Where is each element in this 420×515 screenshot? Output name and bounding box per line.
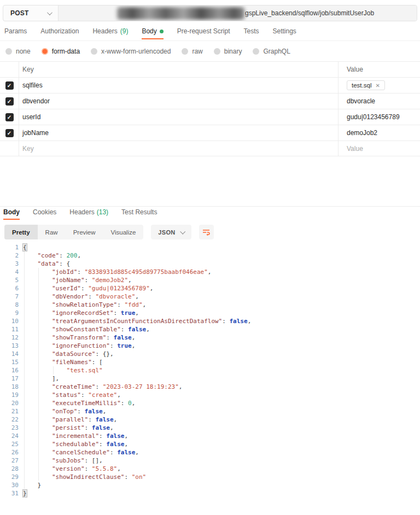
tab-count-badge: (9): [120, 27, 129, 35]
line-number: 16: [0, 366, 19, 374]
request-tab-settings[interactable]: Settings: [273, 27, 296, 39]
row-key-cell[interactable]: userId: [19, 109, 338, 125]
response-tab-body[interactable]: Body: [3, 208, 20, 220]
file-chip: test.sql✕: [347, 80, 385, 90]
request-tab-params[interactable]: Params: [4, 27, 27, 39]
code-line-content: "showIndirectClause": "on": [19, 473, 146, 481]
view-mode-switcher: PrettyRawPreviewVisualize: [4, 225, 143, 239]
request-tab-headers[interactable]: Headers(9): [92, 27, 128, 39]
code-line-content: "onTop": false,: [19, 407, 106, 415]
form-data-table: KeyValue✓sqlfilestest.sql✕✓dbvendordbvor…: [0, 61, 420, 156]
row-key-cell[interactable]: dbvendor: [19, 93, 338, 109]
request-tab-pre-request-script[interactable]: Pre-request Script: [177, 27, 230, 39]
code-line-content: "ignoreRecordSet": true,: [19, 309, 139, 317]
row-check-cell: ✓: [0, 125, 19, 141]
row-key-cell[interactable]: jobName: [19, 125, 338, 141]
request-tab-body[interactable]: Body: [142, 27, 163, 39]
checkbox-checked-icon[interactable]: ✓: [5, 81, 14, 90]
code-line-content: "dataSource": {},: [19, 350, 114, 358]
view-mode-visualize[interactable]: Visualize: [103, 225, 144, 239]
code-line: 14 "dataSource": {},: [0, 350, 420, 358]
line-number: 30: [0, 481, 19, 489]
table-row: ✓dbvendordbvoracle: [0, 93, 420, 109]
view-mode-pretty[interactable]: Pretty: [4, 225, 38, 239]
line-number: 10: [0, 317, 19, 325]
checkbox-checked-icon[interactable]: ✓: [5, 113, 14, 121]
column-header-value: Value: [347, 66, 363, 73]
view-mode-label: Raw: [45, 229, 58, 236]
code-line: 28 "version": "5.5.8",: [0, 465, 420, 473]
placeholder-row: KeyValue: [0, 141, 420, 156]
placeholder-value-cell[interactable]: Value: [338, 141, 420, 156]
key-text: sqlfiles: [22, 81, 43, 89]
code-line: 13 "ignoreFunction": true,: [0, 342, 420, 350]
response-tab-headers[interactable]: Headers(13): [69, 208, 108, 220]
request-tabs: ParamsAuthorizationHeaders(9)BodyPre-req…: [4, 27, 296, 39]
code-line-content: "version": "5.5.8",: [19, 465, 121, 473]
tab-label: Params: [4, 27, 27, 35]
row-key-cell[interactable]: sqlfiles: [19, 78, 338, 93]
line-number: 14: [0, 350, 19, 358]
line-number: 24: [0, 432, 19, 440]
body-type-raw[interactable]: raw: [182, 48, 202, 55]
line-number: 23: [0, 424, 19, 432]
radio-label: form-data: [52, 48, 80, 55]
value-text: gudu|0123456789: [347, 113, 400, 121]
method-selector[interactable]: POST: [3, 5, 58, 21]
radio-label: binary: [224, 48, 242, 55]
code-line-content: "jobId": "8338931d885c495d89775baabf046e…: [19, 268, 211, 276]
code-line-content: "ignoreFunction": true,: [19, 342, 135, 350]
response-tab-test-results[interactable]: Test Results: [121, 208, 157, 220]
line-number: 29: [0, 473, 19, 481]
table-row: ✓jobNamedemoJob2: [0, 125, 420, 141]
row-value-cell[interactable]: test.sql✕: [338, 78, 420, 93]
body-type-options: noneform-datax-www-form-urlencodedrawbin…: [5, 47, 290, 56]
request-tab-authorization[interactable]: Authorization: [40, 27, 79, 39]
code-line: 16 "test.sql": [0, 366, 420, 374]
row-value-cell[interactable]: demoJob2: [338, 125, 420, 141]
tab-label: Pre-request Script: [177, 27, 230, 35]
row-value-cell[interactable]: dbvoracle: [338, 93, 420, 109]
line-number: 26: [0, 448, 19, 457]
line-number: 28: [0, 465, 19, 473]
checkbox-checked-icon[interactable]: ✓: [5, 97, 14, 106]
response-tab-cookies[interactable]: Cookies: [33, 208, 56, 220]
redacted-url-host: [117, 7, 244, 20]
code-line: 12 "showTransform": false,: [0, 333, 420, 342]
code-line: 25 "schedulable": false,: [0, 440, 420, 448]
remove-file-icon[interactable]: ✕: [375, 83, 380, 89]
code-line: 30 }: [0, 481, 420, 489]
chevron-down-icon: [180, 229, 185, 235]
code-line-content: "schedulable": false,: [19, 440, 128, 448]
placeholder-key-cell[interactable]: Key: [19, 141, 338, 156]
body-type-form-data[interactable]: form-data: [42, 48, 80, 55]
code-line-content: "subJobs": [],: [19, 457, 103, 465]
url-input[interactable]: gspLive_backend/sqlflow/job/submitUserJo…: [58, 5, 417, 21]
header-check-cell: [0, 62, 19, 77]
tabs-divider: [0, 40, 420, 41]
request-tab-tests[interactable]: Tests: [243, 27, 259, 39]
code-line-content: ],: [19, 374, 59, 383]
table-row: ✓userIdgudu|0123456789: [0, 109, 420, 125]
file-name: test.sql: [352, 82, 371, 89]
line-number: 25: [0, 440, 19, 448]
matched-brace: {: [23, 244, 27, 251]
body-type-graphql[interactable]: GraphQL: [253, 48, 290, 55]
line-number: 6: [0, 284, 19, 292]
code-line-content: "showTransform": false,: [19, 333, 135, 342]
code-line: 7 "dbVendor": "dbvoracle",: [0, 292, 420, 301]
view-mode-preview[interactable]: Preview: [66, 225, 103, 239]
body-type-x-www-form-urlencoded[interactable]: x-www-form-urlencoded: [91, 48, 171, 55]
checkbox-checked-icon[interactable]: ✓: [5, 129, 14, 137]
line-number: 20: [0, 399, 19, 407]
code-line-content: "data": {: [19, 260, 70, 268]
body-type-none[interactable]: none: [5, 48, 31, 55]
wrap-lines-button[interactable]: [199, 225, 214, 239]
code-line-content: "code": 200,: [19, 251, 81, 260]
row-value-cell[interactable]: gudu|0123456789: [338, 109, 420, 125]
body-type-binary[interactable]: binary: [214, 48, 242, 55]
view-mode-raw[interactable]: Raw: [38, 225, 66, 239]
tab-label: Settings: [273, 27, 296, 35]
url-path-text: gspLive_backend/sqlflow/job/submitUserJo…: [245, 9, 374, 17]
format-dropdown[interactable]: JSON: [151, 225, 191, 239]
